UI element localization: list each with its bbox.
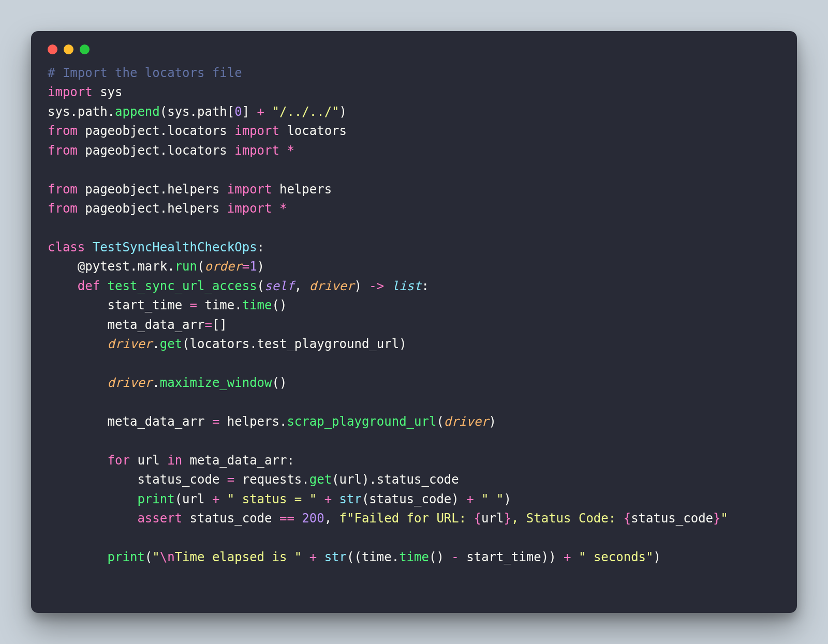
code-editor[interactable]: # Import the locators fileimport syssys.… (31, 57, 797, 579)
code-line (48, 219, 780, 238)
code-token (317, 550, 324, 564)
code-line: print("\nTime elapsed is " + str((time.t… (48, 548, 780, 567)
code-line: meta_data_arr = helpers.scrap_playground… (48, 412, 780, 431)
code-token: () (272, 298, 287, 312)
code-token: time (399, 550, 429, 564)
code-token: , (294, 279, 309, 293)
code-line (48, 431, 780, 451)
code-token: + (324, 492, 332, 506)
code-token: pageobject.locators (78, 124, 234, 138)
code-token (48, 492, 137, 506)
zoom-icon[interactable] (80, 44, 90, 54)
code-token: from (48, 124, 78, 138)
code-token (48, 550, 108, 564)
code-token: ) (354, 279, 369, 293)
code-token: pageobject.helpers (78, 182, 227, 197)
code-token: url (130, 453, 167, 468)
code-line: start_time = time.time() (48, 296, 780, 315)
code-token: : (422, 279, 429, 293)
code-line: driver.get(locators.test_playground_url) (48, 335, 780, 354)
code-token (302, 550, 309, 564)
code-token: driver (309, 279, 354, 293)
code-token: for (108, 453, 130, 468)
code-token: (locators.test_playground_url) (182, 337, 406, 351)
code-token: status_code (631, 511, 713, 526)
code-token: Time elapsed is " (175, 550, 302, 564)
code-token: from (48, 201, 78, 216)
code-token: pageobject.locators (78, 143, 234, 158)
code-token: (url).status_code (332, 472, 459, 487)
code-token: 200 (302, 511, 324, 526)
code-token: import (227, 201, 272, 216)
code-token (48, 511, 137, 526)
code-line: status_code = requests.get(url).status_c… (48, 470, 780, 489)
code-token: " status = " (227, 492, 317, 506)
code-token: import (227, 182, 272, 197)
code-token: f"Failed for URL: (339, 511, 474, 526)
code-line: class TestSyncHealthCheckOps: (48, 238, 780, 257)
code-token: " (152, 550, 159, 564)
code-token: sys.path. (48, 104, 115, 119)
code-token: class (48, 240, 85, 254)
code-line (48, 393, 780, 412)
code-token: get (160, 337, 182, 351)
code-token: [] (212, 318, 227, 332)
code-token: 1 (249, 259, 257, 274)
code-token: ) (339, 104, 347, 119)
code-token (317, 492, 324, 506)
code-line (48, 354, 780, 373)
code-token: (url (175, 492, 212, 506)
code-token (332, 492, 339, 506)
code-token: } (504, 511, 511, 526)
code-token: status_code (48, 472, 227, 487)
code-token: : (257, 240, 264, 254)
code-line: from pageobject.helpers import helpers (48, 180, 780, 199)
code-token (85, 240, 92, 254)
code-token: . (152, 376, 159, 390)
code-token: , Status Code: (511, 511, 624, 526)
code-token: \n (160, 550, 175, 564)
code-token: ( (145, 550, 152, 564)
code-token (272, 201, 279, 216)
code-line: from pageobject.helpers import * (48, 199, 780, 218)
code-token: ) (257, 259, 264, 274)
code-token (264, 104, 272, 119)
code-token: requests. (234, 472, 309, 487)
code-token: ) (653, 550, 660, 564)
code-token: () (429, 550, 451, 564)
code-token: def (78, 279, 100, 293)
code-token: run (175, 259, 197, 274)
code-token (100, 279, 107, 293)
code-token (294, 511, 302, 526)
minimize-icon[interactable] (64, 44, 73, 54)
code-token: "/../../" (272, 104, 339, 119)
code-line: from pageobject.locators import * (48, 141, 780, 160)
code-token (48, 279, 78, 293)
code-token: = (242, 259, 249, 274)
code-token (279, 143, 287, 158)
code-token (219, 492, 227, 506)
close-icon[interactable] (48, 44, 57, 54)
code-token: from (48, 182, 78, 197)
code-token: self (264, 279, 294, 293)
code-token: list (392, 279, 422, 293)
code-token: " seconds" (579, 550, 654, 564)
code-token: import (234, 143, 279, 158)
code-token: " (721, 511, 728, 526)
code-line: meta_data_arr=[] (48, 316, 780, 335)
window-titlebar (31, 31, 797, 57)
code-line: def test_sync_url_access(self, driver) -… (48, 277, 780, 296)
code-token (571, 550, 579, 564)
code-token: scrap_playground_url (287, 414, 436, 429)
code-token: meta_data_arr (48, 414, 212, 429)
code-token: maximize_window (160, 376, 272, 390)
code-token: == (279, 511, 294, 526)
code-token: time. (197, 298, 242, 312)
code-token: ) (504, 492, 511, 506)
code-token: } (713, 511, 720, 526)
code-line: @pytest.mark.run(order=1) (48, 257, 780, 276)
code-token: str (339, 492, 362, 506)
code-token (48, 453, 108, 468)
code-token: { (624, 511, 631, 526)
code-token: = (212, 414, 219, 429)
